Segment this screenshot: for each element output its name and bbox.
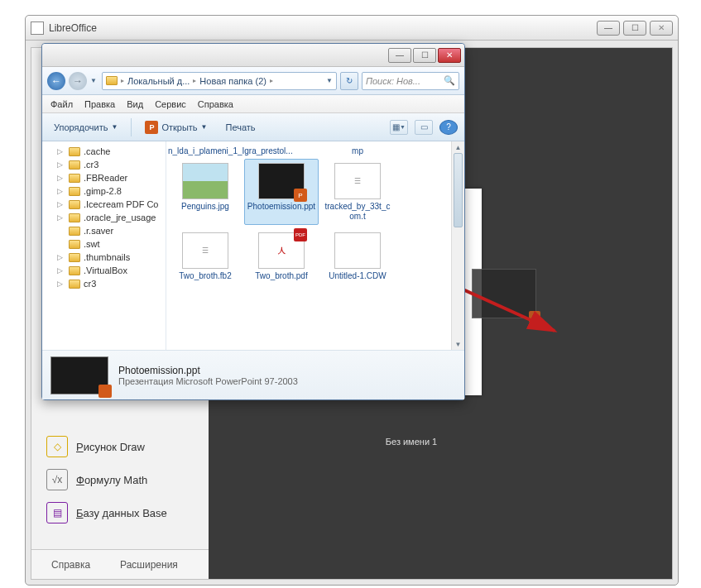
breadcrumb-sep: ▸: [270, 77, 273, 84]
folder-tree[interactable]: ▷.cache ▷.cr3 ▷.FBReader ▷.gimp-2.8 ▷.Ic…: [42, 141, 166, 350]
expand-icon[interactable]: ▷: [57, 200, 65, 208]
explorer-body: ▷.cache ▷.cr3 ▷.FBReader ▷.gimp-2.8 ▷.Ic…: [42, 141, 464, 350]
search-icon: 🔍: [444, 75, 455, 86]
explorer-close-button[interactable]: ✕: [438, 48, 461, 63]
tree-item[interactable]: ▷.thumbnails: [42, 251, 166, 264]
folder-icon: [69, 266, 80, 275]
folder-icon: [69, 147, 80, 156]
start-item-math[interactable]: √x Формулу Math: [46, 463, 204, 496]
print-button[interactable]: Печать: [221, 120, 261, 135]
details-filename: Photoemission.ppt: [118, 365, 298, 376]
tree-item[interactable]: ▷.Icecream PDF Co: [42, 198, 166, 211]
tree-item[interactable]: .swt: [42, 237, 166, 251]
folder-icon: [69, 280, 80, 289]
recent-doc-label: Без имени 1: [341, 437, 482, 447]
details-pane: Photoemission.ppt Презентация Microsoft …: [42, 350, 464, 399]
file-name-partial[interactable]: n_lda_i_plameni_1_Igra_prestol...: [168, 146, 242, 155]
expand-icon[interactable]: ▷: [57, 266, 65, 275]
open-button[interactable]: P Открыть▼: [140, 118, 212, 136]
file-name-partial: [244, 146, 319, 155]
file-list[interactable]: n_lda_i_plameni_1_Igra_prestol... mp Pen…: [166, 141, 451, 350]
breadcrumb-seg[interactable]: Новая папка (2): [199, 76, 266, 86]
explorer-toolbar: Упорядочить▼ P Открыть▼ Печать ▦ ▼ ▭ ?: [42, 113, 464, 141]
tree-item[interactable]: ▷.gimp-2.8: [42, 184, 166, 198]
expand-icon[interactable]: ▷: [57, 187, 65, 195]
breadcrumb-sep: ▸: [193, 77, 196, 84]
file-thumb-icon: [334, 232, 381, 269]
toolbar-separator: [131, 118, 132, 136]
lo-close-button[interactable]: ✕: [650, 21, 673, 36]
expand-icon[interactable]: ▷: [57, 280, 65, 288]
file-item[interactable]: ☰ Two_broth.fb2: [168, 228, 242, 285]
tree-item[interactable]: .r.saver: [42, 224, 166, 237]
expand-icon[interactable]: ▷: [57, 174, 65, 182]
menu-help[interactable]: Справка: [198, 99, 233, 109]
expand-icon[interactable]: ▷: [57, 160, 65, 169]
breadcrumb-sep: ▸: [121, 77, 124, 84]
details-thumbnail: [50, 356, 108, 394]
libreoffice-bottom-links: Справка Расширения: [31, 549, 218, 579]
explorer-titlebar[interactable]: — ☐ ✕: [42, 44, 464, 67]
tree-item[interactable]: ▷.oracle_jre_usage: [42, 211, 166, 224]
tree-item[interactable]: ▷cr3: [42, 277, 166, 290]
tree-item[interactable]: ▷.cache: [42, 145, 166, 158]
file-item[interactable]: 人PDF Two_broth.pdf: [244, 228, 319, 285]
refresh-button[interactable]: ↻: [340, 72, 358, 90]
view-options-button[interactable]: ▦ ▼: [390, 120, 408, 135]
file-item[interactable]: ☰ tracked_by_33t_com.t: [320, 159, 395, 225]
expand-icon[interactable]: ▷: [57, 253, 65, 261]
address-dropdown[interactable]: ▼: [326, 77, 333, 84]
pdf-badge-icon: PDF: [294, 228, 307, 241]
folder-icon: [69, 160, 80, 170]
libreoffice-titlebar[interactable]: LibreOffice — ☐ ✕: [26, 16, 678, 41]
libreoffice-title: LibreOffice: [49, 22, 597, 34]
help-link[interactable]: Справка: [51, 559, 90, 571]
drag-ghost-preview: [472, 269, 536, 318]
tree-item[interactable]: ▷.VirtualBox: [42, 264, 166, 277]
lo-maximize-button[interactable]: ☐: [623, 21, 646, 36]
organize-button[interactable]: Упорядочить▼: [49, 120, 122, 135]
powerpoint-badge-icon: P: [294, 189, 307, 202]
math-icon: √x: [46, 469, 68, 490]
folder-icon: [69, 213, 80, 222]
search-box[interactable]: Поиск: Нов... 🔍: [362, 72, 459, 90]
help-button[interactable]: ?: [439, 120, 458, 135]
tree-item[interactable]: ▷.FBReader: [42, 171, 166, 184]
menu-file[interactable]: Файл: [50, 99, 73, 109]
folder-icon: [69, 227, 80, 236]
start-item-label: Рисунок Draw: [76, 441, 145, 453]
image-thumb-icon: [182, 163, 228, 199]
scroll-up-arrow[interactable]: ▲: [452, 141, 464, 153]
nav-history-dropdown[interactable]: ▼: [90, 77, 97, 84]
menu-edit[interactable]: Правка: [84, 99, 115, 109]
explorer-maximize-button[interactable]: ☐: [413, 48, 436, 63]
file-name-partial[interactable]: mp: [320, 146, 395, 155]
chevron-down-icon: ▼: [111, 123, 118, 131]
tree-item[interactable]: ▷.cr3: [42, 158, 166, 171]
folder-icon: [69, 253, 80, 262]
scrollbar-thumb[interactable]: [454, 153, 463, 227]
file-item[interactable]: Untitled-1.CDW: [320, 228, 395, 285]
nav-back-button[interactable]: ←: [47, 72, 65, 90]
menu-view[interactable]: Вид: [127, 99, 143, 109]
file-item-selected[interactable]: P Photoemission.ppt: [244, 159, 319, 225]
menu-service[interactable]: Сервис: [155, 99, 186, 109]
expand-icon[interactable]: ▷: [57, 147, 65, 155]
extensions-link[interactable]: Расширения: [120, 559, 178, 571]
start-item-base[interactable]: ▤ Базу данных Base: [46, 496, 204, 529]
vertical-scrollbar[interactable]: ▲ ▼: [451, 141, 464, 350]
preview-pane-button[interactable]: ▭: [415, 120, 433, 135]
lo-minimize-button[interactable]: —: [597, 21, 620, 36]
file-item[interactable]: Penguins.jpg: [168, 159, 242, 225]
scroll-down-arrow[interactable]: ▼: [452, 338, 464, 350]
explorer-menu-bar: Файл Правка Вид Сервис Справка: [42, 95, 464, 113]
breadcrumb-seg[interactable]: Локальный д...: [127, 76, 190, 86]
pdf-thumb-icon: 人PDF: [258, 232, 305, 269]
text-thumb-icon: ☰: [182, 232, 228, 269]
folder-icon: [106, 76, 118, 85]
start-item-draw[interactable]: ◇ Рисунок Draw: [46, 430, 204, 463]
address-bar[interactable]: ▸ Локальный д... ▸ Новая папка (2) ▸ ▼: [102, 72, 337, 90]
expand-icon[interactable]: ▷: [57, 213, 65, 222]
nav-forward-button[interactable]: →: [69, 72, 87, 90]
explorer-minimize-button[interactable]: —: [388, 48, 411, 63]
